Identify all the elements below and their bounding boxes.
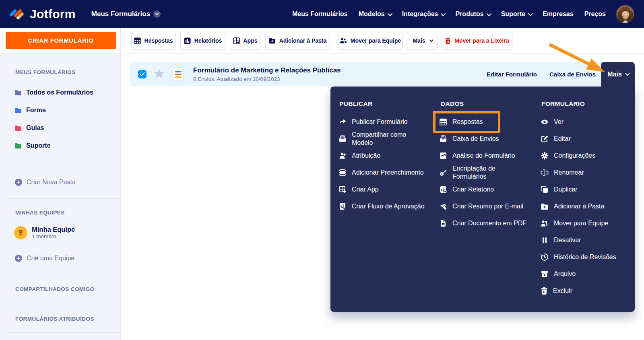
- menu-item-publicar-formulario[interactable]: Publicar Formulário: [339, 113, 408, 130]
- menu-item-encriptacao-de-formularios[interactable]: Encriptação de Formulários: [439, 162, 514, 183]
- nav-item-integracoes[interactable]: Integrações: [402, 10, 445, 18]
- menu-item-criar-app[interactable]: Criar App: [339, 181, 379, 198]
- people-icon: [340, 38, 347, 44]
- sidebar-divider: [8, 274, 120, 274]
- toolbar-move-to-trash-button[interactable]: Mover para a Lixeira: [442, 32, 512, 49]
- copy-icon: [541, 185, 549, 194]
- menu-item-caixa-de-envios[interactable]: Caixa de Envios: [439, 130, 499, 147]
- workspace-switcher[interactable]: Meus Formulários: [91, 10, 161, 18]
- sidebar: MEUS FORMULÁRIOS Todos os Formulários Fo…: [0, 54, 120, 340]
- inbox-action[interactable]: Caixa de Envios: [549, 62, 596, 86]
- sidebar-header-assigned[interactable]: FORMULÁRIOS ATRIBUÍDOS: [15, 316, 94, 322]
- menu-column-divider: [431, 97, 431, 304]
- nav-item-empresas[interactable]: Empresas: [543, 10, 574, 18]
- logo-wordmark: Jotform: [30, 7, 76, 21]
- star-icon[interactable]: [154, 68, 165, 80]
- sidebar-border: [120, 28, 121, 340]
- sidebar-item-all-forms[interactable]: Todos os Formulários: [14, 89, 93, 96]
- apps-grid-icon: [233, 37, 240, 44]
- menu-item-adicionar-a-pasta[interactable]: Adicionar à Pasta: [541, 198, 604, 215]
- menu-item-criar-fluxo-de-aprovacao[interactable]: Criar Fluxo de Aprovação: [339, 198, 425, 215]
- user-avatar[interactable]: [616, 5, 634, 23]
- menu-item-analise-do-formulario[interactable]: Análise do Formulário: [439, 147, 515, 164]
- menu-item-duplicar[interactable]: Duplicar: [541, 181, 578, 198]
- more-dropdown-menu: PUBLICAR DADOS FORMULÁRIO Publicar Formu…: [330, 87, 635, 312]
- toolbar-reports-button[interactable]: Relatórios: [180, 32, 225, 49]
- row-more-button[interactable]: Mais: [601, 62, 635, 87]
- toolbar-move-to-team-button[interactable]: Mover para Equipe: [338, 32, 402, 49]
- menu-item-configuracoes[interactable]: Configurações: [541, 147, 595, 164]
- menu-header-formulario: FORMULÁRIO: [541, 100, 585, 107]
- bar-chart-icon: [184, 37, 191, 44]
- sidebar-divider: [8, 332, 120, 333]
- analytics-icon: [439, 152, 447, 160]
- edit-form-action[interactable]: Editar Formulário: [487, 62, 537, 86]
- trophy-icon: [14, 226, 27, 239]
- menu-item-arquivo[interactable]: Arquivo: [541, 266, 576, 282]
- menu-item-desativar[interactable]: Desativar: [541, 232, 581, 249]
- approval-flow-icon: [339, 202, 347, 210]
- team-member-count: 1 membro: [32, 233, 75, 240]
- folder-icon: [14, 90, 22, 96]
- sidebar-create-folder[interactable]: Criar Nova Pasta: [15, 179, 76, 186]
- trash-icon: [541, 287, 548, 295]
- pause-icon: [541, 236, 549, 244]
- doc-plus-icon: [439, 219, 447, 227]
- chevron-down-icon: [528, 11, 533, 16]
- team-name: Minha Equipe: [32, 226, 75, 233]
- toolbar-submissions-button[interactable]: Respostas: [131, 32, 175, 49]
- sidebar-item-guias[interactable]: Guias: [14, 124, 44, 132]
- menu-item-criar-documento-em-pdf[interactable]: Criar Documento em PDF: [439, 215, 526, 232]
- menu-item-ver[interactable]: Ver: [541, 113, 564, 130]
- folder-plus-icon: [541, 203, 549, 210]
- toolbar-apps-button[interactable]: Apps: [230, 32, 260, 49]
- plus-circle-icon: [15, 255, 22, 262]
- sidebar-item-label: Guias: [26, 124, 44, 132]
- menu-item-respostas[interactable]: Respostas: [439, 113, 483, 130]
- create-form-button[interactable]: CRIAR FORMULÁRIO: [6, 32, 116, 49]
- sidebar-item-forms[interactable]: Forms: [14, 107, 46, 114]
- navbar-divider: [83, 8, 83, 20]
- menu-item-renomear[interactable]: Renomear: [541, 164, 584, 181]
- sidebar-header-shared[interactable]: COMPARTILHADOS COMIGO: [15, 286, 94, 292]
- menu-item-editar[interactable]: Editar: [541, 130, 571, 147]
- sidebar-team-minha-equipe[interactable]: Minha Equipe 1 membro: [14, 226, 75, 240]
- sidebar-create-team[interactable]: Crie uma Equipe: [15, 255, 74, 262]
- menu-item-excluir[interactable]: Excluir: [541, 282, 572, 299]
- menu-item-compartilhar-como-modelo[interactable]: Compartilhar como Modelo: [339, 128, 413, 149]
- people-arrow-icon: [541, 220, 549, 227]
- top-navbar: Jotform Meus Formulários Meus Formulário…: [0, 0, 644, 28]
- form-title: Formulário de Marketing e Relações Públi…: [193, 66, 341, 74]
- row-checkbox[interactable]: [138, 70, 147, 78]
- workspace-label: Meus Formulários: [91, 10, 150, 18]
- nav-item-modelos[interactable]: Modelos: [359, 10, 391, 18]
- toolbar-more-button[interactable]: Mais: [407, 32, 438, 49]
- menu-item-criar-resumo-por-email[interactable]: Criar Resumo por E-mail: [439, 198, 523, 215]
- nav-item-produtos[interactable]: Produtos: [455, 10, 490, 18]
- toolbar-add-to-folder-button[interactable]: Adicionar à Pasta: [265, 32, 330, 49]
- sidebar-item-suporte[interactable]: Suporte: [14, 142, 50, 149]
- menu-header-dados: DADOS: [441, 100, 464, 107]
- nav-item-suporte[interactable]: Suporte: [501, 10, 532, 18]
- sidebar-item-label: Criar Nova Pasta: [27, 179, 76, 186]
- sidebar-header-my-forms: MEUS FORMULÁRIOS: [15, 69, 76, 75]
- menu-item-criar-relatorio[interactable]: Criar Relatório: [439, 181, 494, 198]
- menu-item-mover-para-equipe[interactable]: Mover para Equipe: [541, 215, 608, 232]
- eye-icon: [541, 118, 549, 126]
- folder-icon: [14, 125, 22, 131]
- nav-item-meus-formularios[interactable]: Meus Formulários: [292, 10, 348, 18]
- chevron-down-icon: [387, 11, 392, 16]
- sidebar-header-teams: MINHAS EQUIPES: [15, 210, 65, 216]
- menu-item-atribuicao[interactable]: Atribuição: [339, 147, 380, 164]
- chevron-down-icon: [429, 38, 433, 42]
- menu-item-historico-de-revisoes[interactable]: Histórico de Revisões: [541, 249, 616, 266]
- form-row[interactable]: Formulário de Marketing e Relações Públi…: [130, 62, 635, 86]
- folder-icon: [14, 143, 22, 149]
- jotform-logo[interactable]: Jotform: [10, 7, 76, 21]
- key-icon: [439, 169, 447, 177]
- menu-item-adicionar-preenchimento[interactable]: Adicionar Preenchimento: [339, 164, 424, 181]
- person-plus-icon: [339, 152, 347, 160]
- sidebar-item-label: Suporte: [26, 142, 50, 149]
- nav-item-precos[interactable]: Preços: [584, 10, 606, 18]
- envelope-doc-icon: [339, 135, 347, 143]
